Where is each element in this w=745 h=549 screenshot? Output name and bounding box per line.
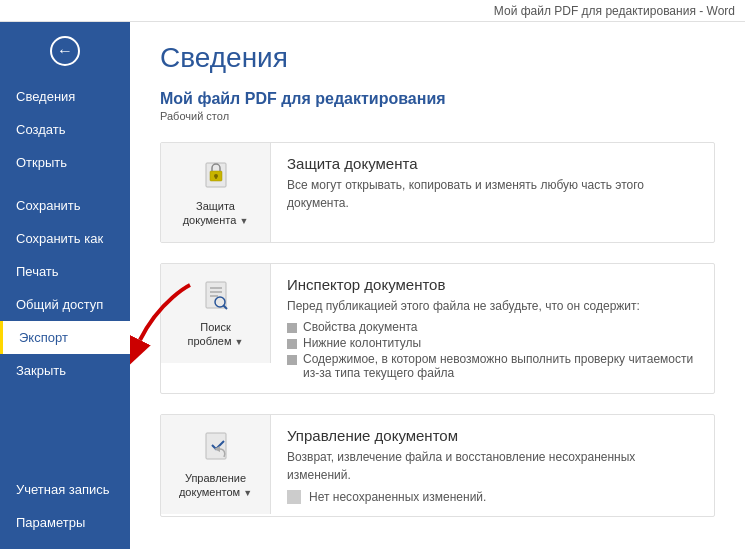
list-item-text: Нижние колонтитулы (303, 336, 421, 350)
sidebar-item-uchetanaya-zapis[interactable]: Учетная запись (0, 473, 130, 506)
section-icon-inspect[interactable]: Поиск проблем ▼ (161, 264, 271, 363)
sidebar-item-obshiy-dostup[interactable]: Общий доступ (0, 288, 130, 321)
page-title: Сведения (160, 42, 715, 74)
section-title-protect: Защита документа (287, 155, 698, 172)
section-icon-label-manage: Управление документом ▼ (179, 471, 252, 500)
back-circle-icon: ← (50, 36, 80, 66)
no-changes-manage: Нет несохраненных изменений. (287, 490, 698, 504)
sections-container: Защита документа ▼Защита документаВсе мо… (160, 142, 715, 517)
file-location: Рабочий стол (160, 110, 715, 122)
no-changes-text: Нет несохраненных изменений. (309, 490, 486, 504)
section-inspect: Поиск проблем ▼Инспектор документовПеред… (160, 263, 715, 394)
list-bullet-icon (287, 339, 297, 349)
dropdown-arrow-protect: ▼ (239, 216, 248, 226)
list-item-text: Содержимое, в котором невозможно выполни… (303, 352, 698, 380)
sidebar-item-eksport[interactable]: Экспорт (0, 321, 130, 354)
section-desc-inspect: Перед публикацией этого файла не забудьт… (287, 297, 698, 315)
section-list-inspect: Свойства документаНижние колонтитулыСоде… (287, 319, 698, 381)
back-button[interactable]: ← (0, 22, 130, 80)
sidebar-item-sohranit[interactable]: Сохранить (0, 189, 130, 222)
section-icon-manage[interactable]: Управление документом ▼ (161, 415, 271, 514)
sidebar-item-parametry[interactable]: Параметры (0, 506, 130, 539)
dropdown-arrow-inspect: ▼ (235, 337, 244, 347)
section-icon-protect[interactable]: Защита документа ▼ (161, 143, 271, 242)
dropdown-arrow-manage: ▼ (243, 488, 252, 498)
list-bullet-icon (287, 323, 297, 333)
sidebar-item-pechat[interactable]: Печать (0, 255, 130, 288)
sidebar-item-sohranit-kak[interactable]: Сохранить как (0, 222, 130, 255)
section-title-manage: Управление документом (287, 427, 698, 444)
section-content-protect: Защита документаВсе могут открывать, коп… (271, 143, 714, 224)
sidebar-item-sozdat[interactable]: Создать (0, 113, 130, 146)
list-item-text: Свойства документа (303, 320, 418, 334)
section-icon-label-protect: Защита документа ▼ (183, 199, 249, 228)
section-icon-label-inspect: Поиск проблем ▼ (187, 320, 243, 349)
sidebar-bottom: Учетная записьПараметры (0, 473, 130, 549)
main-content: Сведения Мой файл PDF для редактирования… (130, 22, 745, 549)
svg-rect-10 (206, 433, 226, 459)
sidebar-item-zakryt[interactable]: Закрыть (0, 354, 130, 387)
file-title: Мой файл PDF для редактирования (160, 90, 715, 108)
section-manage: Управление документом ▼Управление докуме… (160, 414, 715, 517)
section-title-inspect: Инспектор документов (287, 276, 698, 293)
list-item-inspect-1: Нижние колонтитулы (287, 335, 698, 351)
list-bullet-icon (287, 355, 297, 365)
section-content-manage: Управление документомВозврат, извлечение… (271, 415, 714, 516)
section-protect: Защита документа ▼Защита документаВсе мо… (160, 142, 715, 243)
section-desc-manage: Возврат, извлечение файла и восстановлен… (287, 448, 698, 484)
list-item-inspect-2: Содержимое, в котором невозможно выполни… (287, 351, 698, 381)
sidebar-item-svedenia[interactable]: Сведения (0, 80, 130, 113)
sidebar: ← СведенияСоздатьОткрытьСохранитьСохрани… (0, 22, 130, 549)
section-content-inspect: Инспектор документовПеред публикацией эт… (271, 264, 714, 393)
title-bar-text: Мой файл PDF для редактирования - Word (494, 4, 735, 18)
list-item-inspect-0: Свойства документа (287, 319, 698, 335)
no-changes-icon (287, 490, 301, 504)
sidebar-item-otkryt[interactable]: Открыть (0, 146, 130, 179)
section-desc-protect: Все могут открывать, копировать и изменя… (287, 176, 698, 212)
sidebar-nav: СведенияСоздатьОткрытьСохранитьСохранить… (0, 80, 130, 397)
